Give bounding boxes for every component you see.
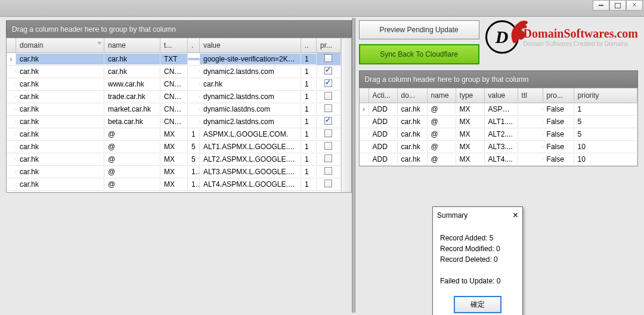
cell-domain: car.hk bbox=[16, 179, 104, 190]
cell-proxied[interactable] bbox=[317, 166, 341, 178]
col-type[interactable]: type bbox=[456, 88, 485, 103]
col-domain[interactable]: domain bbox=[16, 38, 104, 52]
summary-added: Record Added: 5 bbox=[440, 233, 515, 243]
cell-dot bbox=[188, 83, 200, 85]
table-row[interactable]: ADDcar.hk@MXALT4....False10 bbox=[360, 153, 637, 166]
col-domain[interactable]: do... bbox=[398, 88, 428, 103]
cell-proxied[interactable] bbox=[317, 178, 341, 190]
cell-proxied: False bbox=[543, 116, 574, 127]
dialog-ok-button[interactable]: 確定 bbox=[454, 296, 501, 313]
cell-action: ADD bbox=[369, 104, 398, 115]
table-row[interactable]: car.hkbeta.car.hkCNA...dynamic2.lastdns.… bbox=[7, 116, 341, 128]
col-ttl[interactable]: ttl bbox=[518, 88, 543, 103]
table-row[interactable]: car.hkmarket.car.hkCNA...dynamic.lastdns… bbox=[7, 103, 341, 116]
row-indicator bbox=[360, 133, 369, 135]
cell-domain: car.hk bbox=[398, 116, 428, 127]
table-row[interactable]: car.hkwww.car.hkCNA...car.hk1 bbox=[7, 78, 341, 91]
row-indicator bbox=[7, 121, 16, 123]
cell-value: dynamic.lastdns.com bbox=[200, 104, 301, 115]
group-by-panel[interactable]: Drag a column header here to group by th… bbox=[6, 20, 352, 38]
col-name[interactable]: name bbox=[104, 38, 160, 52]
col-ttl[interactable]: .. bbox=[301, 38, 317, 52]
col-value[interactable]: value bbox=[485, 88, 518, 103]
table-row[interactable]: car.hkcar.hkCNA...dynamic2.lastdns.com1 bbox=[7, 66, 341, 78]
preview-button[interactable]: Preview Pending Update bbox=[359, 20, 479, 39]
cell-proxied[interactable] bbox=[317, 91, 341, 103]
row-indicator bbox=[7, 146, 16, 148]
cell-value: google-site-verification=2Kg... bbox=[200, 54, 301, 64]
col-priority[interactable]: priority bbox=[574, 88, 637, 103]
cell-proxied[interactable] bbox=[317, 153, 341, 165]
cell-name: @ bbox=[428, 141, 456, 152]
cell-name: @ bbox=[428, 129, 456, 140]
minimize-button[interactable] bbox=[593, 0, 609, 11]
cell-value: dynamic2.lastdns.com bbox=[200, 66, 301, 77]
brand-name: DomainSoftwares.com bbox=[524, 27, 638, 41]
cell-dot: 1 bbox=[188, 129, 200, 140]
maximize-button[interactable] bbox=[609, 0, 626, 11]
cell-type: MX bbox=[456, 141, 485, 152]
table-row[interactable]: ›ADDcar.hk@MXASPM....False1 bbox=[360, 103, 637, 116]
cell-proxied[interactable] bbox=[317, 78, 341, 90]
cell-type: MX bbox=[160, 166, 188, 177]
cell-type: MX bbox=[160, 154, 188, 165]
col-proxied[interactable]: pro... bbox=[543, 88, 574, 103]
col-proxied[interactable]: pr... bbox=[317, 38, 341, 52]
table-row[interactable]: ADDcar.hk@MXALT3....False10 bbox=[360, 141, 637, 153]
table-row[interactable]: ›car.hkcar.hkTXTgoogle-site-verification… bbox=[7, 53, 341, 66]
summary-deleted: Record Deleted: 0 bbox=[440, 254, 515, 265]
cell-ttl bbox=[518, 121, 543, 123]
col-dot[interactable]: . bbox=[188, 38, 200, 52]
row-indicator bbox=[7, 95, 16, 98]
cell-value: ALT2.... bbox=[485, 129, 518, 140]
cell-action: ADD bbox=[369, 116, 398, 127]
cell-proxied[interactable] bbox=[317, 66, 341, 78]
table-row[interactable]: car.hk@MX5ALT1.ASPMX.L.GOOGLE.CO...1 bbox=[7, 141, 341, 153]
cell-domain: car.hk bbox=[16, 91, 104, 102]
cell-name: @ bbox=[104, 154, 160, 165]
table-row[interactable]: car.hk@MX1ASPMX.L.GOOGLE.COM.1 bbox=[7, 128, 341, 141]
summary-modified: Record Modified: 0 bbox=[440, 243, 515, 254]
pending-grid[interactable]: Acti... do... name type value ttl pro...… bbox=[359, 88, 638, 166]
cell-domain: car.hk bbox=[16, 129, 104, 140]
cell-name: @ bbox=[104, 166, 160, 177]
cell-proxied[interactable] bbox=[317, 128, 341, 140]
cell-domain: car.hk bbox=[16, 116, 104, 127]
table-row[interactable]: car.hk@MX10ALT3.ASPMX.L.GOOGLE.CO...1 bbox=[7, 166, 341, 178]
cell-proxied[interactable] bbox=[317, 116, 341, 128]
col-name[interactable]: name bbox=[428, 88, 456, 103]
col-value[interactable]: value bbox=[200, 38, 301, 52]
cell-name: @ bbox=[104, 129, 160, 140]
cell-name: @ bbox=[428, 154, 456, 165]
col-action[interactable]: Acti... bbox=[369, 88, 398, 103]
table-row[interactable]: car.hktrade.car.hkCNA...dynamic2.lastdns… bbox=[7, 91, 341, 103]
table-row[interactable]: car.hk@MX5ALT2.ASPMX.L.GOOGLE.CO...1 bbox=[7, 153, 341, 166]
table-row[interactable]: ADDcar.hk@MXALT1....False5 bbox=[360, 116, 637, 128]
row-indicator bbox=[7, 83, 16, 85]
cell-proxied: False bbox=[543, 104, 574, 115]
cell-proxied[interactable] bbox=[317, 53, 341, 65]
cell-type: CNA... bbox=[160, 116, 188, 127]
dns-records-grid[interactable]: domain name t... . value .. pr... ›car.h… bbox=[6, 38, 352, 193]
table-row[interactable]: car.hk@MX10ALT4.ASPMX.L.GOOGLE.CO...1 bbox=[7, 178, 341, 191]
cell-type: CNA... bbox=[160, 104, 188, 115]
sync-button[interactable]: Sync Back To Cloudflare bbox=[359, 44, 479, 64]
cell-name: www.car.hk bbox=[104, 79, 160, 89]
cell-value: ALT3.... bbox=[485, 141, 518, 152]
cell-ttl: 1 bbox=[301, 166, 317, 177]
dialog-close-icon[interactable]: × bbox=[513, 210, 518, 221]
cell-type: MX bbox=[160, 179, 188, 190]
dialog-title: Summary bbox=[437, 211, 467, 220]
cell-name: @ bbox=[428, 116, 456, 127]
cell-proxied[interactable] bbox=[317, 103, 341, 115]
table-row[interactable]: ADDcar.hk@MXALT2....False5 bbox=[360, 128, 637, 141]
scrollbar[interactable] bbox=[341, 38, 351, 192]
cell-dot bbox=[188, 121, 200, 123]
cell-proxied[interactable] bbox=[317, 141, 341, 153]
window-close-button[interactable] bbox=[626, 0, 643, 11]
group-by-panel-right[interactable]: Drag a column header here to group by th… bbox=[359, 70, 638, 88]
col-type[interactable]: t... bbox=[160, 38, 188, 52]
cell-value: car.hk bbox=[200, 79, 301, 89]
cell-domain: car.hk bbox=[16, 79, 104, 89]
cell-domain: car.hk bbox=[16, 104, 104, 115]
